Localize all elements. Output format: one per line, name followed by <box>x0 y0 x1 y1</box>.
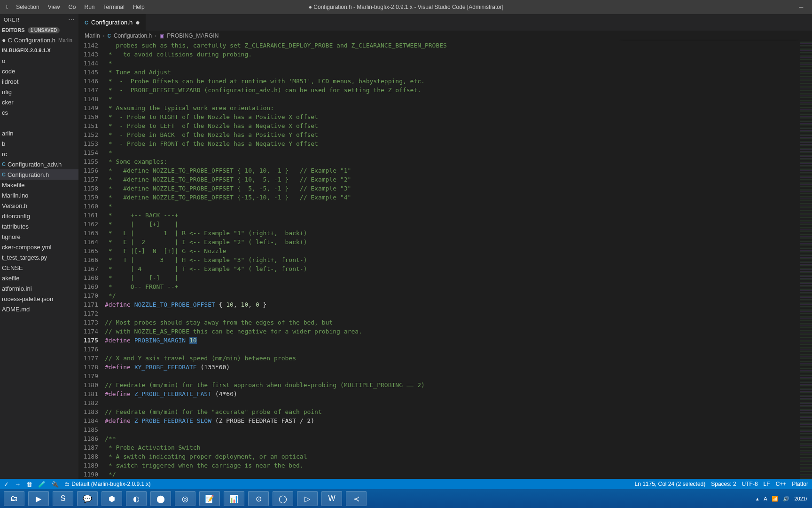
code-content[interactable]: probes such as this, carefully set Z_CLE… <box>105 41 800 479</box>
taskbar-skype[interactable]: S <box>53 491 73 506</box>
taskbar-word[interactable]: W <box>321 491 342 506</box>
tree-item[interactable]: ildroot <box>0 76 78 87</box>
taskbar-explorer[interactable]: 🗂 <box>4 491 24 506</box>
taskbar-media[interactable]: ▶ <box>28 491 49 506</box>
tree-item[interactable]: tattributes <box>0 221 78 231</box>
tray-network-icon[interactable]: 📶 <box>772 496 778 502</box>
language-mode[interactable]: C++ <box>776 481 787 487</box>
tree-item[interactable]: arlin <box>0 128 78 138</box>
open-editor-name: Configuration.h <box>14 37 55 44</box>
tree-item[interactable]: code <box>0 66 78 76</box>
tree-item[interactable]: Version.h <box>0 200 78 211</box>
pio-test-icon[interactable]: 🧪 <box>38 481 46 488</box>
titlebar: t Selection View Go Run Terminal Help ● … <box>0 0 812 14</box>
breadcrumb-folder[interactable]: Marlin <box>85 32 100 39</box>
editor[interactable]: 1142114311441145114611471148114911501151… <box>79 41 812 479</box>
chevron-right-icon: › <box>155 32 156 39</box>
status-bar: ✓ → 🗑 🧪 🔌 🗀 Default (Marlin-bugfix-2.0.9… <box>0 479 812 489</box>
window-controls: ─ <box>790 0 812 14</box>
tree-item[interactable]: nfig <box>0 87 78 97</box>
c-file-icon: C <box>8 37 12 44</box>
tree-item[interactable]: o <box>0 56 78 66</box>
taskbar-vscode[interactable]: ≺ <box>346 491 367 506</box>
tree-item[interactable]: atformio.ini <box>0 283 78 294</box>
breadcrumb-file[interactable]: Configuration.h <box>114 32 152 39</box>
tree-item[interactable]: rocess-palette.json <box>0 294 78 304</box>
taskbar-excel[interactable]: 📊 <box>224 491 244 506</box>
cursor-position[interactable]: Ln 1175, Col 24 (2 selected) <box>634 481 705 487</box>
open-editors-label: EDITORS <box>2 27 25 33</box>
tree-item[interactable]: akefile <box>0 273 78 283</box>
tree-item[interactable]: CConfiguration.h <box>0 169 78 180</box>
tree-item[interactable]: cker-compose.yml <box>0 242 78 252</box>
tree-item[interactable]: cs <box>0 107 78 118</box>
taskbar-obs[interactable]: ⊙ <box>248 491 269 506</box>
menu-view[interactable]: View <box>44 1 64 13</box>
taskbar-wechat[interactable]: 💬 <box>77 491 98 506</box>
tree-item[interactable]: t_test_targets.py <box>0 252 78 262</box>
folder-header[interactable]: IN-BUGFIX-2.0.9.1.X <box>0 45 78 56</box>
explorer-more-icon[interactable]: ⋯ <box>68 16 75 24</box>
taskbar-app3[interactable]: ⬤ <box>150 491 171 506</box>
minimize-button[interactable]: ─ <box>790 0 812 14</box>
tree-item[interactable] <box>0 118 78 128</box>
open-editor-dir: Marlin <box>58 37 72 43</box>
platformio-status[interactable]: Platfor <box>792 481 808 487</box>
chevron-right-icon: › <box>103 32 105 39</box>
taskbar-app1[interactable]: ⬢ <box>102 491 122 506</box>
taskbar-app2[interactable]: ◐ <box>126 491 147 506</box>
pio-clean-icon[interactable]: 🗑 <box>26 481 32 488</box>
tree-item[interactable]: b <box>0 138 78 149</box>
tree-item[interactable]: tignore <box>0 231 78 242</box>
tree-item[interactable]: ditorconfig <box>0 211 78 221</box>
taskbar-notepad[interactable]: 📝 <box>199 491 220 506</box>
c-file-icon: C <box>85 20 88 25</box>
indent-setting[interactable]: Spaces: 2 <box>711 481 736 487</box>
tray-up-icon[interactable]: ▴ <box>756 496 759 502</box>
tree-item[interactable]: cker <box>0 97 78 107</box>
menu-terminal[interactable]: Terminal <box>99 1 129 13</box>
tree-item[interactable]: CENSE <box>0 262 78 273</box>
encoding[interactable]: UTF-8 <box>742 481 758 487</box>
open-editor-item[interactable]: ● C Configuration.h Marlin <box>0 35 78 45</box>
pio-build-icon[interactable]: ✓ <box>4 481 9 488</box>
tab-configuration-h[interactable]: C Configuration.h ● <box>79 14 146 31</box>
taskbar-potplayer[interactable]: ▷ <box>297 491 318 506</box>
dirty-dot-icon: ● <box>2 38 6 42</box>
tray-date[interactable]: 2021/ <box>794 496 807 501</box>
pio-monitor-icon[interactable]: 🔌 <box>51 481 59 488</box>
tree-item[interactable]: Makefile <box>0 180 78 190</box>
folder-icon: 🗀 <box>64 481 70 487</box>
editor-area: C Configuration.h ● Marlin › C Configura… <box>79 14 812 479</box>
menu-file[interactable]: t <box>2 1 12 13</box>
eol[interactable]: LF <box>764 481 770 487</box>
open-editors-section[interactable]: EDITORS 1 UNSAVED <box>0 25 78 35</box>
menu-go[interactable]: Go <box>64 1 80 13</box>
tree-item[interactable]: CConfiguration_adv.h <box>0 159 78 169</box>
taskbar-app4[interactable]: ◎ <box>175 491 195 506</box>
c-file-icon: C <box>2 161 6 167</box>
taskbar: 🗂 ▶ S 💬 ⬢ ◐ ⬤ ◎ 📝 📊 ⊙ ◯ ▷ W ≺ ▴ A 📶 🔊 20… <box>0 489 812 508</box>
taskbar-chrome[interactable]: ◯ <box>273 491 293 506</box>
minimap[interactable] <box>800 41 812 479</box>
breadcrumb[interactable]: Marlin › C Configuration.h › ▣ PROBING_M… <box>79 31 812 41</box>
window-title: ● Configuration.h - Marlin-bugfix-2.0.9.… <box>309 4 504 10</box>
pio-profile[interactable]: 🗀 Default (Marlin-bugfix-2.0.9.1.x) <box>64 481 150 487</box>
menu-help[interactable]: Help <box>129 1 149 13</box>
menu-selection[interactable]: Selection <box>12 1 43 13</box>
c-file-icon: C <box>2 172 6 177</box>
explorer-header: ORER ⋯ <box>0 14 78 25</box>
tray-lang-icon[interactable]: A <box>764 496 767 501</box>
tree-item[interactable]: rc <box>0 149 78 159</box>
tabs: C Configuration.h ● <box>79 14 812 31</box>
tray-sound-icon[interactable]: 🔊 <box>783 496 789 502</box>
symbol-icon: ▣ <box>159 33 164 39</box>
menu-run[interactable]: Run <box>80 1 99 13</box>
tree-item[interactable]: Marlin.ino <box>0 190 78 200</box>
dirty-dot-icon: ● <box>135 20 140 25</box>
breadcrumb-symbol[interactable]: PROBING_MARGIN <box>167 32 219 39</box>
tree-item[interactable]: ADME.md <box>0 304 78 314</box>
pio-upload-icon[interactable]: → <box>15 481 21 488</box>
system-tray[interactable]: ▴ A 📶 🔊 2021/ <box>756 496 812 502</box>
unsaved-badge: 1 UNSAVED <box>28 27 60 33</box>
